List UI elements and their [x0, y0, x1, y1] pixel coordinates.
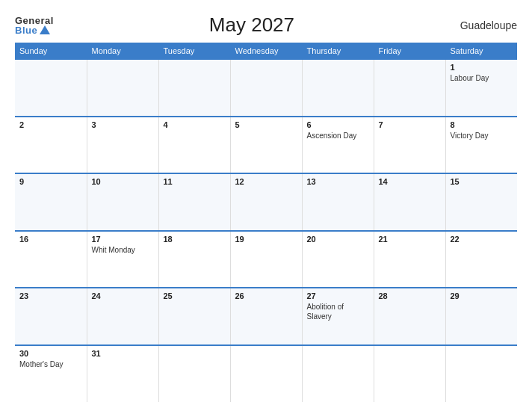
day-number: 7 — [379, 120, 441, 129]
calendar-cell: 20 — [302, 231, 374, 288]
day-number: 27 — [307, 291, 369, 300]
calendar-cell: 5 — [230, 117, 302, 174]
calendar-cell: 15 — [445, 173, 517, 231]
calendar-cell: 23 — [15, 288, 87, 345]
holiday-label: Victory Day — [451, 131, 513, 140]
calendar-cell: 24 — [87, 288, 158, 345]
calendar-cell: 1Labour Day — [445, 59, 517, 117]
day-number: 1 — [451, 63, 513, 72]
calendar-cell: 25 — [158, 288, 230, 345]
calendar-cell: 4 — [158, 117, 230, 174]
header-tuesday: Tuesday — [158, 43, 230, 60]
calendar-cell — [374, 59, 445, 117]
day-number: 24 — [92, 291, 154, 300]
weekday-header-row: Sunday Monday Tuesday Wednesday Thursday… — [15, 43, 517, 60]
calendar-cell: 3 — [87, 117, 158, 174]
holiday-label: Labour Day — [451, 73, 513, 83]
calendar-cell — [15, 59, 87, 117]
holiday-label: Abolition of Slavery — [307, 302, 369, 321]
calendar-cell: 6Ascension Day — [302, 117, 374, 174]
day-number: 4 — [164, 120, 226, 129]
calendar-cell: 31 — [87, 345, 158, 403]
calendar-cell — [302, 345, 374, 403]
calendar-cell — [87, 59, 158, 117]
logo-blue-text: Blue — [15, 25, 54, 35]
calendar-cell — [158, 345, 230, 403]
day-number: 16 — [19, 235, 82, 244]
calendar-cell: 17Whit Monday — [87, 231, 158, 288]
day-number: 25 — [164, 291, 226, 300]
day-number: 12 — [235, 177, 297, 186]
day-number: 9 — [19, 177, 82, 186]
header-friday: Friday — [374, 43, 445, 60]
calendar-cell: 22 — [445, 231, 517, 288]
calendar-title: May 2027 — [54, 13, 450, 37]
calendar-cell: 18 — [158, 231, 230, 288]
calendar-cell: 11 — [158, 173, 230, 231]
logo-general-text: General — [15, 16, 54, 25]
header-monday: Monday — [87, 43, 158, 60]
calendar-cell: 13 — [302, 173, 374, 231]
day-number: 22 — [451, 235, 513, 244]
calendar-cell: 26 — [230, 288, 302, 345]
calendar-week-row: 2324252627Abolition of Slavery2829 — [15, 288, 517, 345]
day-number: 17 — [92, 235, 154, 244]
holiday-label: Whit Monday — [92, 245, 154, 255]
day-number: 18 — [164, 235, 226, 244]
day-number: 20 — [307, 235, 369, 244]
calendar-cell: 21 — [374, 231, 445, 288]
calendar-cell — [158, 59, 230, 117]
day-number: 31 — [92, 349, 154, 358]
calendar-table: Sunday Monday Tuesday Wednesday Thursday… — [15, 43, 517, 402]
calendar-cell: 27Abolition of Slavery — [302, 288, 374, 345]
calendar-cell: 9 — [15, 173, 87, 231]
day-number: 11 — [164, 177, 226, 186]
calendar-cell — [230, 345, 302, 403]
day-number: 26 — [235, 291, 297, 300]
header-wednesday: Wednesday — [230, 43, 302, 60]
header-saturday: Saturday — [445, 43, 517, 60]
calendar-cell: 28 — [374, 288, 445, 345]
day-number: 29 — [451, 291, 513, 300]
calendar-cell — [445, 345, 517, 403]
calendar-cell: 16 — [15, 231, 87, 288]
day-number: 8 — [451, 120, 513, 129]
holiday-label: Ascension Day — [307, 131, 369, 140]
day-number: 13 — [307, 177, 369, 186]
logo: General Blue — [15, 16, 54, 35]
day-number: 10 — [92, 177, 154, 186]
day-number: 14 — [379, 177, 441, 186]
calendar-cell — [302, 59, 374, 117]
calendar-cell: 30Mother's Day — [15, 345, 87, 403]
header-sunday: Sunday — [15, 43, 87, 60]
calendar-cell: 19 — [230, 231, 302, 288]
calendar-week-row: 1617Whit Monday1819202122 — [15, 231, 517, 288]
day-number: 3 — [92, 120, 154, 129]
country-label: Guadeloupe — [450, 19, 517, 31]
day-number: 15 — [451, 177, 513, 186]
calendar-cell — [230, 59, 302, 117]
calendar-cell: 8Victory Day — [445, 117, 517, 174]
calendar-week-row: 1Labour Day — [15, 59, 517, 117]
day-number: 23 — [19, 291, 82, 300]
calendar-cell: 10 — [87, 173, 158, 231]
calendar-cell: 2 — [15, 117, 87, 174]
day-number: 2 — [19, 120, 82, 129]
calendar-week-row: 30Mother's Day31 — [15, 345, 517, 403]
calendar-cell: 12 — [230, 173, 302, 231]
top-bar: General Blue May 2027 Guadeloupe — [15, 13, 517, 37]
calendar-week-row: 23456Ascension Day78Victory Day — [15, 117, 517, 174]
calendar-cell: 29 — [445, 288, 517, 345]
logo-triangle-icon — [40, 25, 50, 34]
holiday-label: Mother's Day — [19, 359, 82, 369]
day-number: 5 — [235, 120, 297, 129]
calendar-cell: 14 — [374, 173, 445, 231]
day-number: 30 — [19, 349, 82, 358]
day-number: 19 — [235, 235, 297, 244]
day-number: 21 — [379, 235, 441, 244]
calendar-page: General Blue May 2027 Guadeloupe Sunday … — [0, 0, 532, 411]
day-number: 6 — [307, 120, 369, 129]
calendar-cell: 7 — [374, 117, 445, 174]
day-number: 28 — [379, 291, 441, 300]
calendar-cell — [374, 345, 445, 403]
